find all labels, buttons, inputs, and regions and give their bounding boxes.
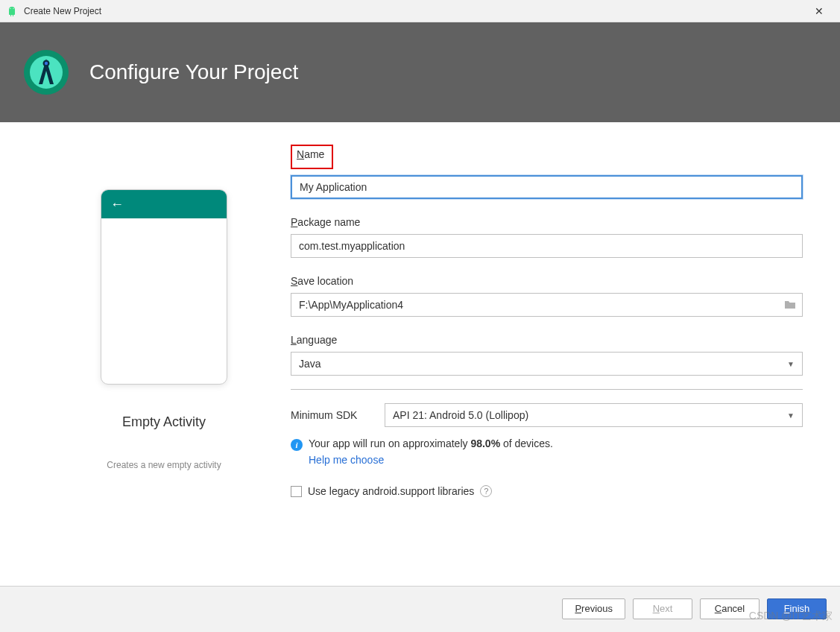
template-description: Creates a new empty activity: [107, 460, 221, 470]
language-field-group: Language Java ▼: [291, 333, 803, 376]
divider: [291, 389, 803, 390]
package-input[interactable]: [291, 234, 803, 258]
next-button: Next: [633, 598, 692, 619]
language-selected-value: Java: [299, 358, 321, 370]
save-location-input[interactable]: [291, 293, 803, 317]
window-titlebar: Create New Project ✕: [0, 0, 840, 22]
legacy-libraries-label: Use legacy android.support libraries: [308, 485, 474, 497]
min-sdk-select[interactable]: API 21: Android 5.0 (Lollipop) ▼: [385, 403, 803, 427]
name-label-highlight: Name: [291, 145, 333, 169]
phone-topbar: ←: [101, 190, 227, 218]
svg-point-1: [13, 7, 13, 8]
legacy-libraries-row: Use legacy android.support libraries ?: [291, 485, 803, 497]
back-arrow-icon: ←: [110, 197, 124, 212]
template-title: Empty Activity: [122, 414, 206, 430]
save-location-label: Save location: [291, 275, 353, 287]
window-title: Create New Project: [24, 6, 804, 16]
android-studio-logo-icon: [22, 48, 70, 96]
content-area: ← Empty Activity Creates a new empty act…: [0, 122, 840, 586]
close-icon: ✕: [815, 5, 824, 17]
phone-preview: ←: [101, 189, 227, 385]
page-header: Configure Your Project: [0, 22, 840, 122]
min-sdk-row: Minimum SDK API 21: Android 5.0 (Lollipo…: [291, 403, 803, 427]
legacy-libraries-checkbox[interactable]: [291, 486, 302, 497]
language-label: Language: [291, 334, 337, 346]
name-label: Name: [297, 148, 324, 160]
chevron-down-icon: ▼: [787, 360, 795, 368]
form-panel: Name Package name Save location Language…: [291, 145, 803, 571]
svg-point-5: [45, 62, 48, 65]
name-input[interactable]: [291, 175, 803, 199]
name-field-group: Name: [291, 145, 803, 199]
page-title: Configure Your Project: [89, 60, 298, 84]
package-field-group: Package name: [291, 215, 803, 258]
window-close-button[interactable]: ✕: [804, 1, 834, 22]
svg-point-0: [10, 7, 10, 8]
device-coverage-info: i Your app will run on approximately 98.…: [291, 437, 803, 451]
dialog-footer: Previous Next Cancel Finish: [0, 586, 840, 631]
help-icon[interactable]: ?: [480, 485, 492, 497]
min-sdk-selected-value: API 21: Android 5.0 (Lollipop): [393, 409, 528, 421]
chevron-down-icon: ▼: [787, 411, 795, 420]
language-select[interactable]: Java ▼: [291, 352, 803, 376]
preview-panel: ← Empty Activity Creates a new empty act…: [37, 145, 291, 571]
device-coverage-text: Your app will run on approximately 98.0%…: [309, 437, 553, 449]
previous-button[interactable]: Previous: [562, 598, 625, 619]
app-icon: [6, 5, 18, 17]
info-icon: i: [291, 439, 303, 451]
save-location-field-group: Save location: [291, 274, 803, 317]
cancel-button[interactable]: Cancel: [700, 598, 760, 619]
help-me-choose-link[interactable]: Help me choose: [309, 454, 803, 466]
folder-browse-icon[interactable]: [783, 298, 797, 312]
min-sdk-label: Minimum SDK: [291, 409, 373, 421]
package-label: Package name: [291, 216, 360, 228]
finish-button[interactable]: Finish: [767, 598, 827, 619]
